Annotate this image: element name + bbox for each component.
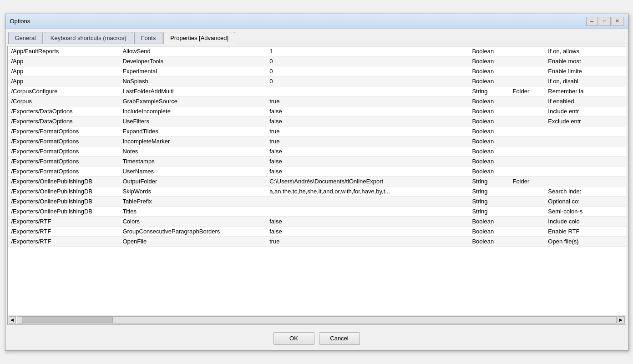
table-cell: String [468, 196, 509, 206]
table-cell: GroupConsecutiveParagraphBorders [119, 226, 266, 236]
table-cell: C:\Users\Andrés\Documents/tlOnlineExport [266, 176, 468, 186]
table-row[interactable]: /AppExperimental0BooleanEnable limite [8, 66, 626, 76]
cancel-button[interactable]: Cancel [319, 332, 360, 345]
table-row[interactable]: /Exporters/OnlinePublishingDBOutputFolde… [8, 176, 626, 186]
table-cell: Boolean [468, 106, 509, 116]
options-dialog: Options ─ □ ✕ General Keyboard shortcuts… [5, 14, 628, 351]
table-cell: Boolean [468, 46, 509, 56]
table-cell [544, 176, 625, 186]
table-cell: /App/FaultReports [8, 46, 119, 56]
table-cell [509, 146, 544, 156]
table-cell: Boolean [468, 136, 509, 146]
horizontal-scrollbar: ◀ ▶ [8, 315, 626, 324]
table-row[interactable]: /Exporters/OnlinePublishingDBTitlesStrin… [8, 206, 626, 216]
table-cell: /Exporters/FormatOptions [8, 146, 119, 156]
table-cell: Exclude entr [544, 116, 625, 126]
table-cell [509, 236, 544, 246]
h-scroll-right-button[interactable]: ▶ [618, 316, 625, 324]
h-scrollbar-thumb[interactable] [22, 317, 113, 323]
table-cell: Titles [119, 206, 266, 216]
table-cell [509, 96, 544, 106]
table-row[interactable]: /Exporters/OnlinePublishingDBTablePrefix… [8, 196, 626, 206]
table-cell: Timestamps [119, 156, 266, 166]
table-cell: /Exporters/DataOptions [8, 106, 119, 116]
h-scroll-left-button[interactable]: ◀ [9, 316, 16, 324]
table-cell: /Exporters/FormatOptions [8, 156, 119, 166]
close-button[interactable]: ✕ [612, 17, 623, 26]
table-row[interactable]: /Exporters/FormatOptionsExpandTildestrue… [8, 126, 626, 136]
table-cell: String [468, 186, 509, 196]
table-cell: Boolean [468, 56, 509, 66]
table-cell: false [266, 226, 468, 236]
table-row[interactable]: /Exporters/RTFColorsfalseBooleanInclude … [8, 216, 626, 226]
table-row[interactable]: /Exporters/RTFGroupConsecutiveParagraphB… [8, 226, 626, 236]
table-cell: If enabled, [544, 96, 625, 106]
table-cell: If on, disabl [544, 76, 625, 86]
table-cell: /Exporters/RTF [8, 226, 119, 236]
table-cell [509, 186, 544, 196]
table-cell: Include entr [544, 106, 625, 116]
table-cell: 0 [266, 66, 468, 76]
tab-properties[interactable]: Properties [Advanced] [163, 32, 235, 44]
table-cell: String [468, 206, 509, 216]
table-cell: 0 [266, 76, 468, 86]
table-cell: AllowSend [119, 46, 266, 56]
table-cell: Include colo [544, 216, 625, 226]
table-cell: Colors [119, 216, 266, 226]
table-row[interactable]: /App/FaultReportsAllowSend1BooleanIf on,… [8, 46, 626, 56]
table-row[interactable]: /Exporters/OnlinePublishingDBSkipWordsa,… [8, 186, 626, 196]
table-cell: UserNames [119, 166, 266, 176]
table-cell: true [266, 236, 468, 246]
table-cell: /Exporters/OnlinePublishingDB [8, 196, 119, 206]
table-row[interactable]: /Exporters/FormatOptionsIncompleteMarker… [8, 136, 626, 146]
table-cell: /Exporters/FormatOptions [8, 166, 119, 176]
table-cell [509, 196, 544, 206]
table-cell: true [266, 136, 468, 146]
table-row[interactable]: /AppDeveloperTools0BooleanEnable most [8, 56, 626, 66]
table-cell [266, 196, 468, 206]
table-cell: Boolean [468, 146, 509, 156]
table-row[interactable]: /AppNoSplash0BooleanIf on, disabl [8, 76, 626, 86]
table-cell: Enable limite [544, 66, 625, 76]
ok-button[interactable]: OK [273, 332, 314, 345]
table-cell [544, 166, 625, 176]
table-row[interactable]: /Exporters/FormatOptionsNotesfalseBoolea… [8, 146, 626, 156]
table-cell: Boolean [468, 126, 509, 136]
table-scroll[interactable]: /App/FaultReportsAllowSend1BooleanIf on,… [8, 46, 626, 315]
table-cell: ExpandTildes [119, 126, 266, 136]
tab-keyboard[interactable]: Keyboard shortcuts (macros) [44, 32, 133, 44]
table-cell: String [468, 86, 509, 96]
table-row[interactable]: /CorpusGrabExampleSourcetrueBooleanIf en… [8, 96, 626, 106]
table-row[interactable]: /Exporters/DataOptionsUseFiltersfalseBoo… [8, 116, 626, 126]
table-cell: LastFolderAddMulti [119, 86, 266, 96]
table-cell: /Exporters/RTF [8, 216, 119, 226]
table-row[interactable]: /Exporters/DataOptionsIncludeIncompletef… [8, 106, 626, 116]
table-cell: String [468, 176, 509, 186]
table-cell [544, 146, 625, 156]
tab-general[interactable]: General [8, 32, 43, 44]
table-cell: OpenFile [119, 236, 266, 246]
table-cell: false [266, 146, 468, 156]
table-cell [509, 76, 544, 86]
table-cell [266, 206, 468, 216]
table-cell: /App [8, 56, 119, 66]
table-cell: false [266, 156, 468, 166]
table-cell: true [266, 126, 468, 136]
table-cell: Optional co: [544, 196, 625, 206]
table-cell: /Exporters/DataOptions [8, 116, 119, 126]
table-cell: /Exporters/FormatOptions [8, 126, 119, 136]
table-cell: Open file(s) [544, 236, 625, 246]
table-cell: Semi-colon-s [544, 206, 625, 216]
table-row[interactable]: /Exporters/FormatOptionsUserNamesfalseBo… [8, 166, 626, 176]
table-cell [509, 116, 544, 126]
maximize-button[interactable]: □ [599, 17, 611, 26]
h-scrollbar-track[interactable] [17, 316, 617, 324]
table-row[interactable]: /CorpusConfigureLastFolderAddMultiString… [8, 86, 626, 96]
table-row[interactable]: /Exporters/FormatOptionsTimestampsfalseB… [8, 156, 626, 166]
table-cell: SkipWords [119, 186, 266, 196]
tab-fonts[interactable]: Fonts [134, 32, 163, 44]
minimize-button[interactable]: ─ [586, 17, 598, 26]
table-cell: /Exporters/FormatOptions [8, 136, 119, 146]
table-row[interactable]: /Exporters/RTFOpenFiletrueBooleanOpen fi… [8, 236, 626, 246]
table-cell [509, 56, 544, 66]
